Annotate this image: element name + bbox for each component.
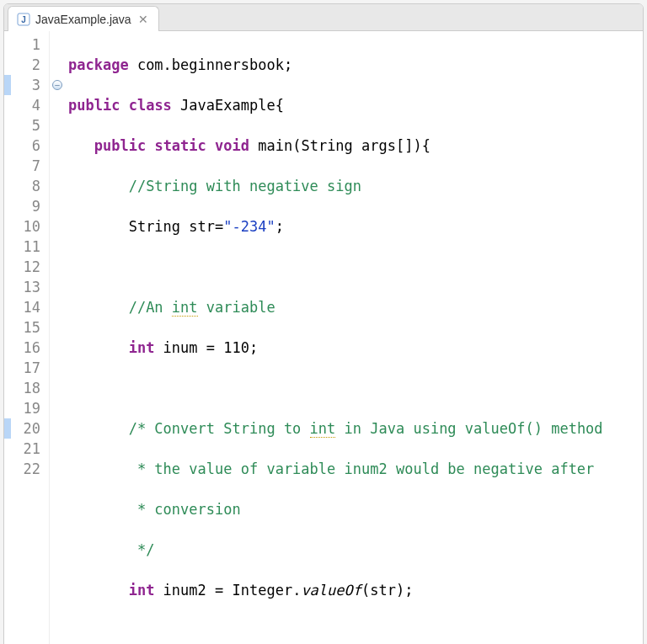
- fold-column: –: [50, 31, 65, 644]
- marker-column: [4, 31, 11, 644]
- editor-panel: J JavaExample.java ✕ 1 2 3 4 5 6 7 8 9 1…: [3, 3, 644, 644]
- file-tab-label: JavaExample.java: [35, 13, 131, 26]
- code-editor[interactable]: 1 2 3 4 5 6 7 8 9 10 11 12 13 14 15 16 1…: [4, 31, 643, 644]
- close-tab-icon[interactable]: ✕: [136, 13, 150, 26]
- file-tab-javaexample[interactable]: J JavaExample.java ✕: [8, 6, 159, 31]
- svg-text:J: J: [21, 15, 26, 24]
- java-file-icon: J: [17, 13, 30, 26]
- line-number-gutter: 1 2 3 4 5 6 7 8 9 10 11 12 13 14 15 16 1…: [11, 31, 50, 644]
- fold-toggle-icon[interactable]: –: [52, 80, 62, 90]
- code-content[interactable]: package com.beginnersbook; public class …: [65, 31, 603, 644]
- editor-tab-bar: J JavaExample.java ✕: [4, 4, 643, 31]
